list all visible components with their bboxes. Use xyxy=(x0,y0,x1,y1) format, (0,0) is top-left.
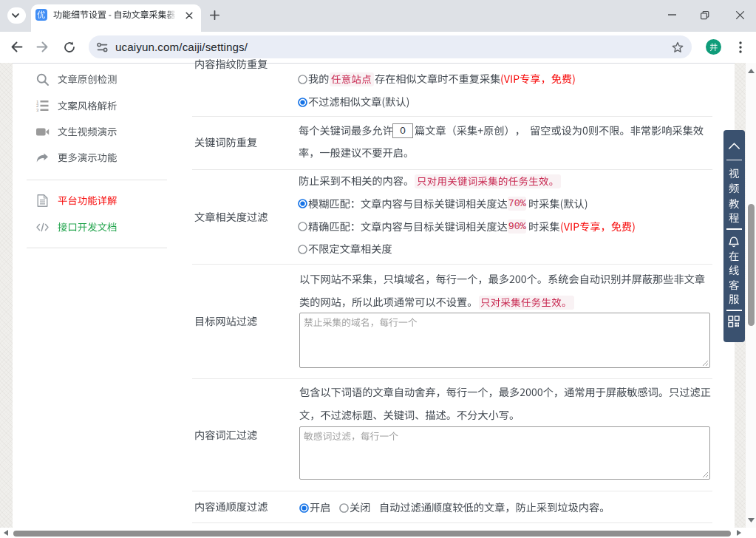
svg-text:3: 3 xyxy=(36,108,39,112)
